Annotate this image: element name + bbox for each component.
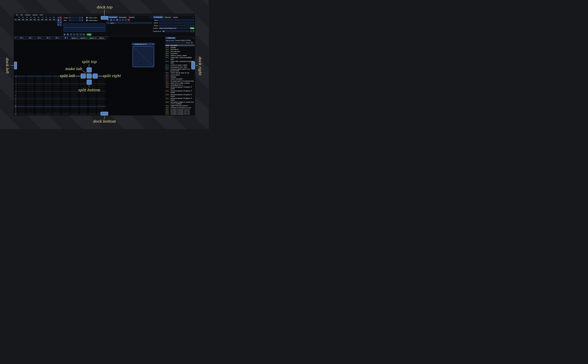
order-cell[interactable]: 00 — [17, 19, 21, 20]
pattern-cell[interactable] — [61, 104, 70, 105]
pattern-cell[interactable] — [52, 98, 61, 100]
order-cell[interactable]: 00 — [25, 19, 29, 20]
pattern-cell[interactable] — [17, 89, 26, 90]
pattern-cell[interactable] — [34, 81, 43, 83]
pattern-cell[interactable] — [43, 109, 52, 111]
pattern-cell[interactable] — [17, 75, 26, 77]
effect-row[interactable]: 12xxSet level of operator 1 (0 highest, … — [165, 86, 195, 90]
pattern-cell[interactable] — [61, 92, 70, 94]
pattern-cell[interactable] — [97, 92, 106, 94]
pattern-cell[interactable] — [97, 98, 106, 100]
add-order-button[interactable]: + — [57, 17, 59, 19]
split-target-top[interactable] — [87, 67, 92, 72]
split-target-left[interactable] — [81, 74, 86, 78]
pattern-cell[interactable] — [34, 75, 43, 77]
pattern-cell[interactable] — [52, 92, 61, 94]
order-cell[interactable]: 00 — [44, 19, 48, 20]
pattern-cell[interactable] — [17, 91, 26, 92]
follow-orders-checkbox[interactable]: ✓ — [86, 17, 88, 19]
pattern-cell[interactable] — [97, 96, 106, 98]
pattern-cell[interactable] — [97, 85, 106, 87]
song-info-close-button[interactable]: × — [192, 16, 195, 18]
pattern-cell[interactable] — [26, 111, 35, 113]
poly-toggle-button[interactable]: Poly — [86, 33, 92, 36]
pattern-cell[interactable] — [26, 102, 35, 104]
split-target-right[interactable] — [93, 74, 98, 78]
pattern-cell[interactable] — [52, 87, 61, 89]
move-order-up-button[interactable]: ∧ — [60, 19, 62, 21]
effect-row[interactable]: 19xxSet attack of all operators (0 to 1F… — [165, 107, 195, 109]
pattern-cell[interactable] — [79, 98, 88, 100]
pattern-cell[interactable] — [70, 89, 79, 90]
pattern-cell[interactable] — [88, 105, 97, 107]
pattern-cell[interactable] — [17, 111, 26, 113]
effect-row[interactable]: 0AxyVolume slide (0y: down; x0: up) — [165, 72, 195, 74]
pattern-cell[interactable] — [61, 81, 70, 83]
menu-help[interactable]: help — [39, 14, 44, 16]
pattern-cell[interactable] — [61, 87, 70, 89]
pattern-cell[interactable] — [52, 107, 61, 109]
order-cell[interactable]: 00 — [52, 19, 56, 20]
pattern-cell[interactable] — [34, 115, 43, 115]
tab-subsongs[interactable]: Subsongs — [163, 16, 172, 18]
effect-row[interactable]: 06xyVolume slide + portamento (compatibi… — [165, 61, 195, 64]
pattern-cell[interactable] — [79, 92, 88, 94]
pattern-cell[interactable] — [70, 113, 79, 115]
pattern-cell[interactable] — [43, 77, 52, 79]
pattern-cell[interactable] — [61, 113, 70, 115]
pattern-cell[interactable] — [17, 92, 26, 94]
pattern-cell[interactable] — [52, 91, 61, 92]
step-decrease-button[interactable]: - — [79, 19, 81, 21]
collapse-arrow-icon[interactable]: ▼ — [133, 44, 134, 45]
pattern-row[interactable]: 20 — [14, 113, 106, 115]
pattern-cell[interactable] — [52, 96, 61, 98]
metronome-button[interactable]: ♩ — [79, 33, 82, 36]
pattern-cell[interactable] — [97, 79, 106, 81]
save-instrument-button[interactable]: ▦ — [116, 19, 118, 21]
pattern-cell[interactable] — [88, 92, 97, 94]
play-from-cursor-button[interactable]: ◉ — [67, 33, 69, 36]
move-instrument-down-button[interactable]: ↓ — [125, 19, 127, 21]
effect-list-close-button[interactable]: × — [192, 37, 195, 39]
move-cursor-down-button[interactable]: ↓ — [73, 33, 75, 36]
pattern-cell[interactable] — [17, 85, 26, 87]
tuning-input[interactable] — [162, 30, 189, 32]
pattern-cell[interactable] — [43, 91, 52, 92]
edit-record-toggle-button[interactable]: ● — [76, 33, 79, 36]
effect-row[interactable]: 1BxxSet attack of operator 2 (0 to 1F) — [165, 111, 195, 113]
pattern-row[interactable]: 15 — [14, 104, 106, 105]
pattern-cell[interactable] — [70, 104, 79, 105]
effect-row[interactable]: 04xyVibrato (x: speed; y: depth) — [165, 55, 195, 57]
pattern-cell[interactable] — [61, 79, 70, 81]
pattern-cell[interactable] — [34, 91, 43, 92]
pattern-cell[interactable] — [79, 113, 88, 115]
menu-file[interactable]: file — [15, 14, 19, 16]
octave-decrease-button[interactable]: - — [79, 17, 81, 19]
tuning-decrease-button[interactable]: - — [190, 30, 192, 32]
pattern-cell[interactable] — [26, 75, 35, 77]
channel-header-noise[interactable]: Noise — [97, 37, 106, 39]
pattern-cell[interactable] — [34, 102, 43, 104]
effect-search-input[interactable] — [166, 42, 185, 44]
pattern-cell[interactable] — [17, 109, 26, 111]
effect-row[interactable]: 00xyArpeggio — [165, 47, 195, 48]
effect-list-menu-icon[interactable]: ≡ — [191, 42, 193, 44]
pattern-cell[interactable] — [97, 104, 106, 105]
pattern-cell[interactable] — [79, 79, 88, 81]
pattern-row[interactable]: 14 — [14, 102, 106, 104]
pattern-cell[interactable] — [79, 115, 88, 115]
pattern-cell[interactable] — [88, 107, 97, 109]
pattern-cell[interactable] — [17, 96, 26, 98]
pattern-cell[interactable] — [34, 113, 43, 115]
dock-target-left[interactable] — [14, 62, 17, 69]
pattern-cell[interactable] — [70, 107, 79, 109]
tuning-increase-button[interactable]: + — [192, 30, 194, 32]
pattern-cell[interactable] — [52, 94, 61, 96]
pattern-cell[interactable] — [34, 94, 43, 96]
pattern-cell[interactable] — [43, 89, 52, 90]
dock-target-right[interactable] — [191, 62, 195, 69]
pattern-cell[interactable] — [79, 85, 88, 87]
pattern-cell[interactable] — [34, 83, 43, 85]
pattern-cell[interactable] — [43, 113, 52, 115]
pattern-cell[interactable] — [79, 94, 88, 96]
